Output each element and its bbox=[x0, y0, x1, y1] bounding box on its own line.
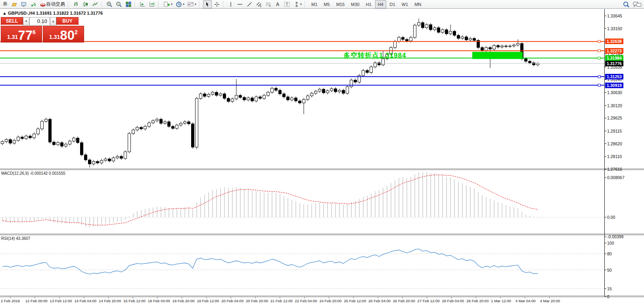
fibonacci-button[interactable]: F bbox=[264, 0, 273, 8]
chart-canvas[interactable] bbox=[0, 9, 644, 307]
candle-body bbox=[330, 89, 333, 91]
search-icon bbox=[623, 1, 630, 8]
folder-icon bbox=[11, 1, 17, 8]
crosshair-button[interactable] bbox=[213, 0, 221, 8]
bar-chart-button[interactable] bbox=[72, 0, 80, 8]
candle-body bbox=[406, 39, 408, 41]
buy-button[interactable]: BUY bbox=[56, 17, 79, 25]
candle-body bbox=[307, 96, 309, 99]
time-tick-label: 26 Feb 04:00 bbox=[368, 299, 391, 303]
chat-button[interactable] bbox=[632, 0, 643, 8]
candle-body bbox=[77, 138, 79, 143]
timeframe-button-m30[interactable]: M30 bbox=[348, 0, 362, 8]
bid-price-tag: 1.31776 bbox=[605, 61, 623, 66]
zoom-in-button[interactable] bbox=[105, 0, 114, 8]
candle-body bbox=[196, 98, 198, 147]
line-chart-button[interactable] bbox=[91, 0, 100, 8]
timeframe-button-h4[interactable]: H4 bbox=[375, 0, 386, 8]
profiles-button[interactable] bbox=[10, 0, 19, 8]
candle-body bbox=[247, 98, 250, 100]
terminal-button[interactable] bbox=[19, 0, 28, 8]
candle-body bbox=[73, 138, 75, 141]
line-handle bbox=[598, 40, 600, 42]
new-order-button[interactable]: 单 bbox=[1, 0, 9, 8]
autotrading-icon bbox=[40, 1, 46, 8]
autotrading-button[interactable]: 自动交易 bbox=[38, 0, 66, 8]
volume-input[interactable] bbox=[29, 17, 50, 25]
new-chart-button[interactable]: ▾ bbox=[162, 0, 174, 8]
vertical-line-button[interactable] bbox=[227, 0, 235, 8]
candle-body bbox=[429, 25, 432, 30]
zoom-out-button[interactable] bbox=[115, 0, 123, 8]
chart-shift-icon bbox=[149, 1, 155, 8]
text-label-button[interactable]: T bbox=[282, 0, 292, 8]
time-tick-label: 27 Feb 12:00 bbox=[418, 299, 440, 303]
chart-shift-button[interactable] bbox=[148, 0, 157, 8]
equidistant-channel-button[interactable]: E bbox=[255, 0, 263, 8]
crosshair-icon bbox=[214, 1, 220, 8]
timeframe-button-m15[interactable]: M15 bbox=[334, 0, 347, 8]
candle-body bbox=[176, 125, 178, 128]
tile-windows-icon bbox=[125, 1, 132, 8]
candle-body bbox=[410, 37, 412, 41]
arrows-button[interactable]: ▾ bbox=[293, 0, 303, 8]
price-tick-label: 1.29115 bbox=[607, 129, 622, 133]
candle-body bbox=[509, 46, 512, 46]
periods-button[interactable]: ▾ bbox=[174, 0, 186, 8]
timeframe-button-d1[interactable]: D1 bbox=[387, 0, 398, 8]
candle-body bbox=[378, 63, 381, 65]
timeframe-button-m1[interactable]: M1 bbox=[309, 0, 320, 8]
timeframe-button-mn[interactable]: MN bbox=[412, 0, 424, 8]
price-tick-label: 1.30120 bbox=[607, 103, 622, 108]
candle-body bbox=[136, 127, 139, 130]
search-button[interactable] bbox=[621, 0, 631, 8]
templates-button[interactable]: ▾ bbox=[186, 0, 197, 8]
line-handle bbox=[598, 50, 600, 52]
tile-windows-button[interactable] bbox=[124, 0, 133, 8]
signal-icon bbox=[30, 1, 36, 8]
chat-icon bbox=[633, 1, 642, 8]
candle-body bbox=[314, 91, 317, 93]
candle-body bbox=[172, 126, 174, 128]
auto-scroll-button[interactable] bbox=[138, 0, 147, 8]
volume-decrease-button[interactable]: ▼ bbox=[23, 17, 29, 25]
candle-body bbox=[168, 122, 171, 127]
sell-price-button[interactable]: 1.31 77 6 bbox=[1, 26, 42, 42]
timeframe-button-m5[interactable]: M5 bbox=[321, 0, 332, 8]
rsi-axis-label: 50 bbox=[607, 268, 612, 272]
candle-body bbox=[322, 89, 325, 93]
candle-body bbox=[21, 137, 24, 139]
macd-axis-label: 0.00 bbox=[607, 215, 615, 220]
timeframe-button-h1[interactable]: H1 bbox=[363, 0, 374, 8]
candle-body bbox=[501, 46, 504, 47]
candle-body bbox=[69, 141, 71, 144]
volume-increase-button[interactable]: ▲ bbox=[50, 17, 56, 25]
clock-icon bbox=[176, 1, 182, 8]
candle-body bbox=[180, 123, 182, 125]
macd-signal-line bbox=[2, 175, 538, 225]
trendline-button[interactable] bbox=[245, 0, 254, 8]
candle-body bbox=[517, 43, 519, 45]
horizontal-line-button[interactable] bbox=[236, 0, 244, 8]
buy-price-button[interactable]: 1.31 80 2 bbox=[43, 26, 84, 42]
candle-body bbox=[1, 142, 4, 144]
cursor-button[interactable] bbox=[203, 0, 212, 8]
candle-body bbox=[203, 94, 206, 96]
candle-body bbox=[45, 119, 48, 121]
time-tick-label: 24 Feb 20:00 bbox=[319, 299, 341, 303]
price-tick-label: 1.33645 bbox=[607, 14, 622, 18]
candle-body bbox=[513, 45, 516, 46]
sell-button[interactable]: SELL bbox=[1, 17, 23, 25]
candlestick-chart-button[interactable] bbox=[81, 0, 90, 8]
level-price-tag: 1.30919 bbox=[605, 83, 623, 88]
candle-body bbox=[116, 156, 119, 158]
candle-body bbox=[493, 46, 496, 49]
zoom-in-icon bbox=[106, 1, 113, 8]
signals-button[interactable] bbox=[29, 0, 38, 8]
collapse-arrow-icon[interactable]: ▲ bbox=[2, 11, 7, 15]
candle-body bbox=[533, 63, 535, 65]
candle-body bbox=[239, 95, 242, 97]
text-button[interactable]: A bbox=[274, 0, 282, 8]
rsi-axis-label: 0 bbox=[607, 294, 610, 299]
timeframe-button-w1[interactable]: W1 bbox=[399, 0, 411, 8]
